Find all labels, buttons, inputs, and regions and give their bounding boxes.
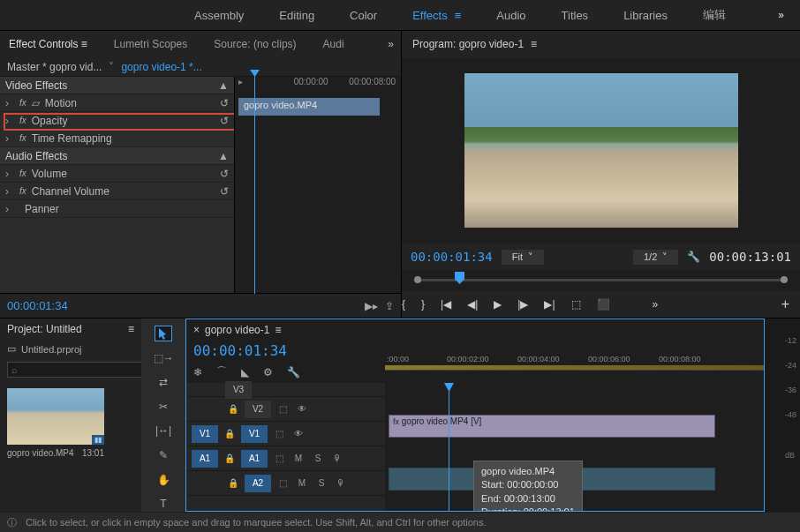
- clip-block[interactable]: gopro video.MP4: [238, 98, 380, 116]
- timeline-ruler[interactable]: :00:00 00:00:02:00 00:00:04:00 00:00:06:…: [385, 353, 764, 371]
- linked-selection-icon[interactable]: ⌒: [216, 364, 227, 379]
- video-effects-header[interactable]: Video Effects▲: [0, 77, 234, 94]
- lock-icon[interactable]: 🔒: [222, 429, 238, 438]
- track-v1[interactable]: V1: [241, 425, 268, 443]
- tab-source[interactable]: Source: (no clips): [214, 38, 296, 50]
- reset-icon[interactable]: ↺: [220, 185, 229, 198]
- project-title[interactable]: Project: Untitled: [0, 318, 141, 340]
- slip-tool-icon[interactable]: |↔|: [155, 423, 172, 439]
- crop-icon: ▱: [32, 97, 40, 109]
- tool-palette: ⬚→ ⇄ ✂ |↔| ✎ ✋ T: [141, 318, 185, 512]
- ws-overflow-icon[interactable]: »: [778, 9, 784, 21]
- media-thumbnail[interactable]: ▮▮ gopro video.MP413:01: [7, 388, 104, 458]
- reset-icon[interactable]: ↺: [220, 168, 229, 180]
- effect-time-remapping[interactable]: ›fxTime Remapping: [0, 130, 234, 147]
- ws-assembly[interactable]: Assembly: [194, 9, 244, 22]
- sequence-clip-link[interactable]: gopro video-1 *...: [121, 61, 201, 73]
- lift-icon[interactable]: ⬚: [571, 298, 581, 311]
- ws-editing[interactable]: Editing: [279, 9, 314, 22]
- play-icon[interactable]: ▶: [494, 298, 502, 311]
- close-seq-icon[interactable]: ×: [193, 324, 200, 336]
- panel-overflow-icon[interactable]: »: [388, 38, 394, 50]
- sync-lock-icon[interactable]: ⬚: [271, 429, 287, 438]
- ripple-edit-tool-icon[interactable]: ⇄: [155, 374, 172, 390]
- add-button-icon[interactable]: +: [781, 296, 789, 312]
- chevron-down-icon[interactable]: ˅: [109, 61, 114, 73]
- razor-tool-icon[interactable]: ✂: [155, 399, 172, 415]
- collapse-icon[interactable]: ▲: [218, 150, 229, 162]
- scrubber-playhead[interactable]: [455, 272, 464, 284]
- program-timecode[interactable]: 00:00:01:34: [411, 250, 493, 264]
- ws-color[interactable]: Color: [350, 9, 377, 22]
- eye-icon[interactable]: 👁: [291, 429, 306, 438]
- effect-motion[interactable]: ›fx▱Motion↺: [0, 94, 234, 112]
- track-select-tool-icon[interactable]: ⬚→: [155, 350, 172, 366]
- timeline-playhead[interactable]: [449, 383, 449, 511]
- ec-timecode[interactable]: 00:00:01:34: [7, 299, 68, 312]
- track-v2[interactable]: V2: [245, 401, 271, 418]
- program-monitor[interactable]: [402, 57, 800, 244]
- type-tool-icon[interactable]: T: [155, 496, 172, 512]
- tab-audio-trunc[interactable]: Audi: [323, 38, 344, 50]
- program-title[interactable]: Program: gopro video-1: [402, 31, 800, 57]
- track-a1[interactable]: A1: [241, 450, 268, 468]
- audio-effects-header[interactable]: Audio Effects▲: [0, 147, 234, 165]
- resolution-dropdown[interactable]: 1/2˅: [633, 250, 678, 265]
- loop-icon[interactable]: ▶▸: [365, 300, 378, 312]
- mic-icon[interactable]: 🎙: [333, 478, 349, 488]
- ws-edit-cn[interactable]: 编辑: [703, 7, 726, 23]
- reset-icon[interactable]: ↺: [220, 115, 229, 127]
- ws-libraries[interactable]: Libraries: [623, 9, 668, 22]
- marker-icon[interactable]: ◣: [241, 366, 249, 378]
- track-source-a1[interactable]: A1: [192, 450, 218, 468]
- collapse-icon[interactable]: ▲: [218, 79, 229, 92]
- ws-audio[interactable]: Audio: [496, 9, 525, 22]
- sync-lock-icon[interactable]: ⬚: [275, 404, 291, 414]
- export-icon[interactable]: ⇪: [385, 300, 394, 312]
- playhead[interactable]: [254, 73, 255, 294]
- wrench-icon[interactable]: 🔧: [687, 251, 700, 263]
- lock-icon[interactable]: 🔒: [225, 404, 241, 414]
- search-input[interactable]: [7, 362, 148, 378]
- effect-opacity[interactable]: ›fxOpacity↺: [0, 112, 234, 130]
- ws-effects[interactable]: Effects: [412, 9, 461, 22]
- selection-tool-icon[interactable]: [155, 326, 172, 341]
- settings-icon[interactable]: ⚙: [263, 366, 273, 378]
- effect-volume[interactable]: ›fxVolume↺: [0, 165, 234, 183]
- transport-more-icon[interactable]: »: [653, 298, 659, 311]
- wrench-icon[interactable]: 🔧: [287, 366, 300, 378]
- fit-dropdown[interactable]: Fit˅: [502, 250, 544, 265]
- track-a2[interactable]: A2: [245, 475, 271, 492]
- lock-icon[interactable]: 🔒: [225, 478, 241, 488]
- mark-out-icon[interactable]: }: [421, 298, 425, 311]
- snap-icon[interactable]: ❄: [193, 366, 202, 378]
- hand-tool-icon[interactable]: ✋: [155, 472, 172, 488]
- program-duration: 00:00:13:01: [709, 250, 791, 264]
- step-back-icon[interactable]: ◀|: [467, 298, 478, 311]
- track-v3[interactable]: V3: [225, 381, 252, 399]
- reset-icon[interactable]: ↺: [220, 97, 229, 109]
- effect-panner[interactable]: ›Panner: [0, 200, 234, 218]
- mark-in-icon[interactable]: {: [402, 298, 405, 311]
- go-to-in-icon[interactable]: |◀: [441, 298, 451, 311]
- track-source-v1[interactable]: V1: [192, 425, 218, 443]
- timeline-timecode[interactable]: 00:00:01:34: [186, 341, 385, 361]
- mic-icon[interactable]: 🎙: [329, 453, 345, 463]
- video-clip[interactable]: fx gopro video.MP4 [V]: [389, 415, 715, 438]
- sequence-name[interactable]: gopro video-1: [205, 324, 269, 336]
- tab-lumetri-scopes[interactable]: Lumetri Scopes: [114, 38, 187, 50]
- extract-icon[interactable]: ⬛: [597, 298, 610, 311]
- ws-titles[interactable]: Titles: [562, 9, 589, 22]
- timeline-tracks[interactable]: fx gopro video.MP4 [V] gopro video.MP4 S…: [385, 383, 764, 511]
- go-to-out-icon[interactable]: ▶|: [544, 298, 555, 311]
- effect-channel-volume[interactable]: ›fxChannel Volume↺: [0, 183, 234, 200]
- tab-effect-controls[interactable]: Effect Controls: [9, 38, 87, 50]
- step-forward-icon[interactable]: |▶: [517, 298, 528, 311]
- program-scrubber[interactable]: [411, 270, 791, 291]
- project-filename: Untitled.prproj: [21, 344, 81, 355]
- lock-icon[interactable]: 🔒: [222, 453, 238, 463]
- effect-list: Video Effects▲ ›fx▱Motion↺ ›fxOpacity↺ ›…: [0, 77, 234, 293]
- effect-timeline[interactable]: ▸00:00:0000:00:08:00 gopro video.MP4: [234, 77, 401, 293]
- pen-tool-icon[interactable]: ✎: [155, 447, 172, 463]
- eye-icon[interactable]: 👁: [294, 404, 310, 414]
